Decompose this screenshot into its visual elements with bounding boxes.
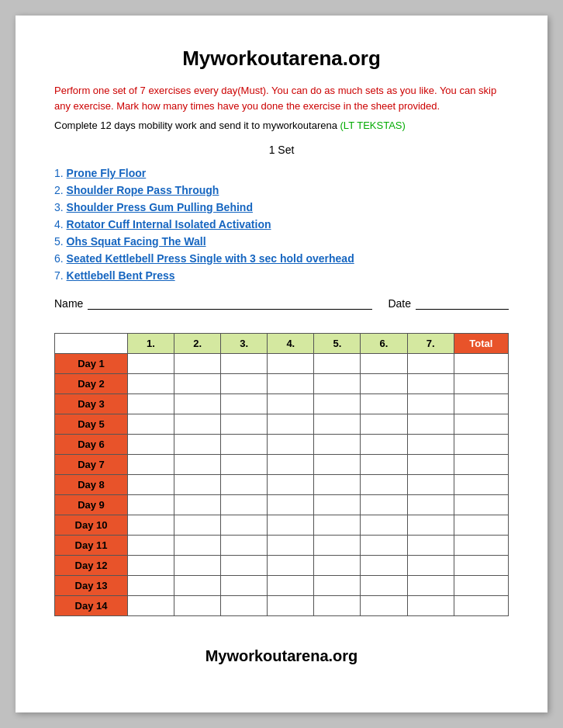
table-cell[interactable]	[361, 394, 407, 414]
table-cell[interactable]	[127, 394, 174, 414]
table-cell[interactable]	[268, 495, 314, 515]
table-cell[interactable]	[454, 515, 508, 536]
table-cell[interactable]	[407, 394, 454, 414]
table-cell[interactable]	[268, 414, 314, 435]
table-cell[interactable]	[174, 536, 221, 556]
table-cell[interactable]	[221, 536, 268, 556]
table-cell[interactable]	[454, 495, 508, 515]
table-cell[interactable]	[407, 435, 454, 455]
exercise-link[interactable]: Shoulder Press Gum Pulling Behind	[67, 201, 253, 213]
table-cell[interactable]	[127, 354, 174, 374]
table-cell[interactable]	[407, 576, 454, 596]
exercise-link[interactable]: Kettlebell Bent Press	[67, 269, 175, 282]
table-cell[interactable]	[407, 455, 454, 475]
table-cell[interactable]	[407, 495, 454, 515]
table-cell[interactable]	[454, 414, 508, 435]
table-cell[interactable]	[127, 596, 174, 616]
table-cell[interactable]	[127, 414, 174, 435]
table-cell[interactable]	[361, 556, 407, 576]
table-cell[interactable]	[221, 515, 268, 536]
table-cell[interactable]	[314, 495, 361, 515]
table-cell[interactable]	[174, 435, 221, 455]
table-cell[interactable]	[407, 596, 454, 616]
table-cell[interactable]	[221, 495, 268, 515]
table-cell[interactable]	[454, 354, 508, 374]
table-cell[interactable]	[314, 394, 361, 414]
table-cell[interactable]	[314, 515, 361, 536]
table-cell[interactable]	[407, 354, 454, 374]
table-cell[interactable]	[221, 576, 268, 596]
table-cell[interactable]	[174, 596, 221, 616]
table-cell[interactable]	[174, 374, 221, 394]
table-cell[interactable]	[407, 475, 454, 495]
table-cell[interactable]	[454, 556, 508, 576]
table-cell[interactable]	[407, 374, 454, 394]
table-cell[interactable]	[127, 475, 174, 495]
table-cell[interactable]	[454, 596, 508, 616]
exercise-link[interactable]: Shoulder Rope Pass Through	[67, 184, 219, 196]
table-cell[interactable]	[174, 394, 221, 414]
table-cell[interactable]	[361, 475, 407, 495]
table-cell[interactable]	[268, 556, 314, 576]
table-cell[interactable]	[314, 576, 361, 596]
table-cell[interactable]	[221, 556, 268, 576]
table-cell[interactable]	[361, 374, 407, 394]
table-cell[interactable]	[221, 596, 268, 616]
table-cell[interactable]	[361, 435, 407, 455]
table-cell[interactable]	[221, 354, 268, 374]
table-cell[interactable]	[361, 536, 407, 556]
table-cell[interactable]	[361, 354, 407, 374]
table-cell[interactable]	[314, 414, 361, 435]
table-cell[interactable]	[361, 414, 407, 435]
table-cell[interactable]	[174, 455, 221, 475]
table-cell[interactable]	[127, 556, 174, 576]
exercise-link[interactable]: Prone Fly Floor	[67, 167, 147, 179]
table-cell[interactable]	[454, 455, 508, 475]
table-cell[interactable]	[127, 455, 174, 475]
table-cell[interactable]	[174, 354, 221, 374]
table-cell[interactable]	[268, 374, 314, 394]
table-cell[interactable]	[221, 475, 268, 495]
table-cell[interactable]	[314, 536, 361, 556]
table-cell[interactable]	[454, 576, 508, 596]
table-cell[interactable]	[314, 374, 361, 394]
table-cell[interactable]	[314, 455, 361, 475]
exercise-link[interactable]: Seated Kettlebell Press Single with 3 se…	[67, 252, 354, 265]
table-cell[interactable]	[127, 495, 174, 515]
table-cell[interactable]	[361, 495, 407, 515]
table-cell[interactable]	[454, 374, 508, 394]
table-cell[interactable]	[221, 414, 268, 435]
table-cell[interactable]	[127, 515, 174, 536]
table-cell[interactable]	[407, 515, 454, 536]
table-cell[interactable]	[127, 536, 174, 556]
table-cell[interactable]	[407, 556, 454, 576]
table-cell[interactable]	[314, 354, 361, 374]
table-cell[interactable]	[314, 475, 361, 495]
table-cell[interactable]	[361, 596, 407, 616]
table-cell[interactable]	[268, 354, 314, 374]
table-cell[interactable]	[174, 475, 221, 495]
table-cell[interactable]	[454, 394, 508, 414]
table-cell[interactable]	[127, 374, 174, 394]
table-cell[interactable]	[314, 435, 361, 455]
table-cell[interactable]	[221, 394, 268, 414]
table-cell[interactable]	[454, 475, 508, 495]
table-cell[interactable]	[454, 435, 508, 455]
table-cell[interactable]	[454, 536, 508, 556]
table-cell[interactable]	[314, 556, 361, 576]
table-cell[interactable]	[174, 576, 221, 596]
table-cell[interactable]	[268, 455, 314, 475]
table-cell[interactable]	[268, 576, 314, 596]
table-cell[interactable]	[127, 576, 174, 596]
table-cell[interactable]	[268, 515, 314, 536]
table-cell[interactable]	[174, 515, 221, 536]
table-cell[interactable]	[268, 596, 314, 616]
lt-tekstas-link[interactable]: (LT TEKSTAS)	[340, 120, 406, 131]
table-cell[interactable]	[361, 515, 407, 536]
table-cell[interactable]	[268, 536, 314, 556]
table-cell[interactable]	[221, 435, 268, 455]
table-cell[interactable]	[221, 374, 268, 394]
table-cell[interactable]	[407, 536, 454, 556]
table-cell[interactable]	[174, 495, 221, 515]
table-cell[interactable]	[221, 455, 268, 475]
